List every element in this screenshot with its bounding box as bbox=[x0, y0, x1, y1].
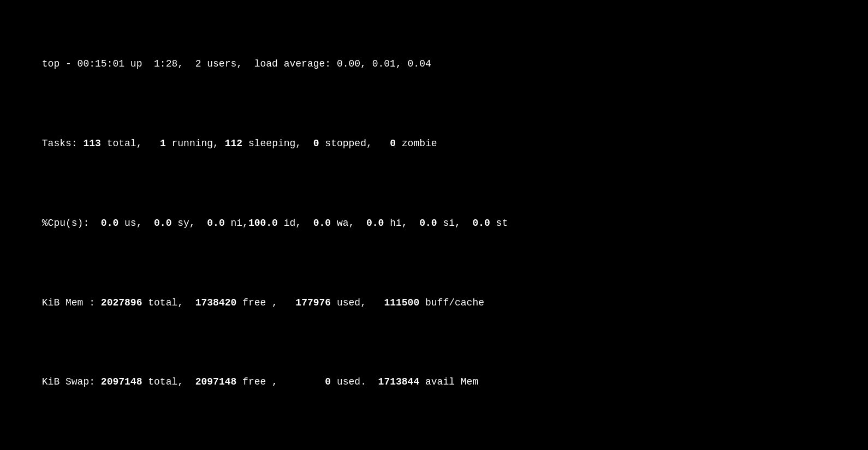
line3-us: 0.0 bbox=[101, 218, 118, 229]
line1-text: top - 00:15:01 up 1:28, 2 users, load av… bbox=[42, 58, 431, 69]
top-line5: KiB Swap: 2097148 total, 2097148 free , … bbox=[7, 362, 861, 402]
line5-mid1: total, bbox=[142, 376, 195, 387]
line5-free: 2097148 bbox=[195, 376, 237, 387]
line4-prefix: KiB Mem : bbox=[42, 297, 101, 308]
line2-stopped: 0 bbox=[313, 138, 319, 149]
line3-id: 100.0 bbox=[248, 218, 278, 229]
line3-mid2: sy, bbox=[171, 218, 207, 229]
line5-mid3: used. bbox=[331, 376, 378, 387]
line3-si: 0.0 bbox=[419, 218, 437, 229]
line2-total: 113 bbox=[83, 138, 100, 149]
line2-suffix: zombie bbox=[396, 138, 437, 149]
line4-mid2: free , bbox=[236, 297, 295, 308]
line3-mid6: hi, bbox=[384, 218, 419, 229]
top-line1: top - 00:15:01 up 1:28, 2 users, load av… bbox=[7, 44, 861, 84]
line4-suffix: buff/cache bbox=[419, 297, 484, 308]
line3-suffix: st bbox=[490, 218, 508, 229]
line3-ni: 0.0 bbox=[207, 218, 224, 229]
line3-mid3: ni, bbox=[225, 218, 248, 229]
top-line2: Tasks: 113 total, 1 running, 112 sleepin… bbox=[7, 124, 861, 164]
line5-used: 0 bbox=[325, 376, 331, 387]
line4-free: 1738420 bbox=[195, 297, 237, 308]
line3-mid4: id, bbox=[278, 218, 313, 229]
line3-hi: 0.0 bbox=[366, 218, 384, 229]
line4-mid1: total, bbox=[142, 297, 195, 308]
line3-prefix: %Cpu(s): bbox=[42, 218, 101, 229]
line2-tasks-label: Tasks: bbox=[42, 138, 84, 149]
line3-mid1: us, bbox=[118, 218, 154, 229]
terminal-output: top - 00:15:01 up 1:28, 2 users, load av… bbox=[7, 4, 861, 450]
top-line4: KiB Mem : 2027896 total, 1738420 free , … bbox=[7, 283, 861, 322]
line2-mid3: sleeping, bbox=[242, 138, 313, 149]
line3-sy: 0.0 bbox=[154, 218, 171, 229]
top-line3: %Cpu(s): 0.0 us, 0.0 sy, 0.0 ni,100.0 id… bbox=[7, 203, 861, 243]
line2-mid2: running, bbox=[166, 138, 225, 149]
line2-sleeping: 112 bbox=[225, 138, 242, 149]
line4-mid3: used, bbox=[331, 297, 384, 308]
line5-suffix: avail Mem bbox=[419, 376, 478, 387]
line3-st: 0.0 bbox=[472, 218, 490, 229]
line2-mid1: total, bbox=[101, 138, 160, 149]
line3-mid7: si, bbox=[437, 218, 473, 229]
line2-running: 1 bbox=[160, 138, 166, 149]
line3-wa: 0.0 bbox=[313, 218, 331, 229]
line5-prefix: KiB Swap: bbox=[42, 376, 101, 387]
header-section: top - 00:15:01 up 1:28, 2 users, load av… bbox=[7, 4, 861, 442]
line4-total: 2027896 bbox=[101, 297, 142, 308]
line4-used: 177976 bbox=[295, 297, 331, 308]
line5-mid2: free , bbox=[236, 376, 325, 387]
line4-buff: 111500 bbox=[384, 297, 419, 308]
line2-zombie: 0 bbox=[390, 138, 396, 149]
line2-mid4: stopped, bbox=[319, 138, 390, 149]
line5-total: 2097148 bbox=[101, 376, 142, 387]
line5-avail: 1713844 bbox=[378, 376, 420, 387]
line3-mid5: wa, bbox=[331, 218, 366, 229]
